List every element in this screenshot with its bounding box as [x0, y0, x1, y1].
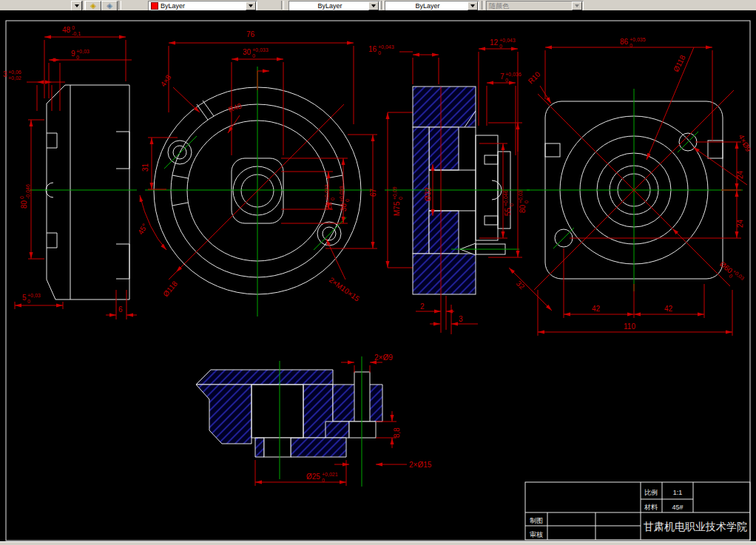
dim-6: 6	[118, 305, 123, 314]
material-label: 材料	[644, 504, 658, 511]
dim-lower-tol: 0	[630, 43, 632, 48]
dim-45deg: 45°	[136, 222, 149, 236]
dim-upper-tol: +0,06	[8, 70, 21, 75]
dim-main: M75	[393, 201, 401, 216]
dim-lower-tol: 0	[509, 203, 514, 206]
layer-previous-button[interactable]: ◈	[101, 1, 118, 11]
dim-main: 22	[325, 201, 333, 210]
dim-main: Ø32	[424, 187, 432, 201]
dim-main: 80	[519, 204, 527, 213]
title-block: 比例 1:1 材料 45# 制图 审核 甘肃机电职业技术学院	[525, 482, 750, 540]
dim-55: 55+0,0460	[503, 190, 514, 216]
reviewer-label: 审核	[530, 531, 543, 538]
dim-dia118b: Ø118	[672, 53, 687, 73]
dim-main: 16	[368, 45, 377, 53]
dim-2: 2	[420, 302, 425, 311]
view-4-flange-view: 86+0,0350 Ø118 R10 4×Ø9 24 24 32 Ø60+0,0…	[509, 37, 752, 336]
dim-main: Ø25	[306, 473, 320, 481]
properties-toolbar: ◈ ◈ ByLayer ByLayer ByLayer 随颜色	[0, 0, 756, 11]
red-color-swatch-icon	[151, 2, 158, 10]
dim-lower-tol: 0	[505, 78, 508, 83]
combo-arrow-button[interactable]	[246, 1, 256, 10]
combo-arrow-button[interactable]	[368, 1, 379, 10]
dim-upper-tol: 0	[72, 25, 75, 30]
linetype-control-combo[interactable]: ByLayer	[288, 1, 380, 11]
dim-16: 16+0,0430	[368, 44, 394, 55]
dim-main: 80	[20, 200, 28, 209]
dim-2xdia15: 2×Ø15	[409, 461, 432, 469]
dim-main: R10	[527, 70, 542, 85]
dim-lower-tol: 0	[27, 299, 30, 304]
dim-main: 24	[736, 170, 744, 179]
toolbar-separator	[281, 1, 284, 10]
dim-30: 30+0,0330	[243, 47, 269, 58]
dim-lower-tol: -0,1	[72, 31, 81, 36]
dim-lower-tol: 0	[252, 53, 255, 58]
chevron-down-icon	[575, 4, 579, 7]
dim-upper-tol: +0,043	[499, 38, 516, 43]
dim-main: 32	[515, 280, 527, 291]
chevron-down-icon	[249, 4, 253, 7]
chevron-down-icon	[470, 4, 475, 7]
dim-R10: R10	[527, 70, 542, 85]
dim-main: 86	[620, 38, 629, 46]
dim-M75: M75+0,090	[392, 186, 403, 216]
dim-upper-tol: +0,03	[76, 49, 90, 54]
dim-main: 38	[340, 203, 348, 211]
view-2-front-view: 76 30+0,0330 4×8 R40 31 45° Ø118 22+0,03…	[136, 30, 414, 316]
dim-24b: 24	[736, 219, 744, 228]
dim-lower-tol: 0	[76, 55, 79, 60]
dim-9: 9+0,030	[71, 49, 90, 60]
dim-upper-tol: +0,03	[518, 190, 523, 203]
sheet-frame	[6, 21, 750, 541]
dim-80b: 80+0,030	[518, 190, 529, 213]
toolbar-separator	[482, 1, 485, 10]
dim-main: 24	[736, 219, 744, 228]
lineweight-combo-value: ByLayer	[385, 2, 468, 10]
dim-48: 480-0,1	[62, 25, 81, 36]
dim-main: 7	[500, 72, 504, 81]
dim-upper-tol: +0,035	[630, 37, 646, 42]
dim-lower-tol: 0	[378, 50, 381, 55]
dim-main: 9	[71, 50, 75, 58]
view-5-bottom-section-view: 2×Ø9 8,8 2×Ø15 Ø25+0,0210	[196, 353, 432, 487]
dim-3: 3	[459, 315, 463, 323]
model-space-canvas[interactable]: 480-0,1 9+0,030 3+0,06+0,02 800-0,046 5+…	[0, 10, 756, 541]
color-control-combo[interactable]: ByLayer	[148, 1, 257, 11]
dim-38: 38+0,0390	[339, 186, 350, 211]
dim-31: 31	[141, 163, 149, 172]
lineweight-control-combo[interactable]: ByLayer	[385, 1, 479, 11]
combo-dropdown-fragment[interactable]	[71, 1, 82, 11]
dim-upper-tol: +0,043	[378, 44, 394, 50]
combo-arrow-button[interactable]	[468, 1, 478, 10]
dim-lower-tol: +0,02	[8, 75, 21, 81]
dim-main: Ø118	[161, 280, 179, 299]
dim-upper-tol: +0,03	[732, 268, 745, 281]
dim-22: 22+0,0330	[324, 184, 335, 210]
dim-110: 110	[624, 322, 635, 331]
dim-42b: 42	[664, 305, 673, 313]
dim-5: 5+0,030	[22, 293, 41, 304]
dim-main: 4×8	[159, 73, 173, 89]
dim-lower-tol: 0	[345, 199, 350, 202]
dim-main: 12	[490, 38, 499, 47]
scale-label: 比例	[644, 489, 658, 496]
dim-upper-tol: +0,021	[322, 472, 338, 477]
dim-24a: 24	[736, 170, 744, 179]
dim-upper-tol: +0,036	[505, 72, 522, 77]
dim-upper-tol: 0	[19, 196, 24, 199]
dim-lower-tol: 0	[330, 197, 335, 200]
dim-main: R40	[227, 101, 243, 114]
layer-previous-icon: ◈	[107, 2, 112, 10]
toolbar-separator	[381, 1, 384, 10]
dim-2xdia9: 2×Ø9	[374, 353, 393, 362]
toolbar-separator	[118, 1, 121, 10]
make-object-layer-current-button[interactable]: ◈	[85, 1, 101, 11]
dim-86: 86+0,0350	[620, 37, 646, 48]
dim-R40: R40	[227, 101, 243, 114]
dim-dia60: Ø60+0,030	[717, 259, 746, 285]
chevron-down-icon	[75, 4, 79, 7]
dim-4x8: 4×8	[159, 73, 173, 89]
dim-12: 12+0,0430	[490, 38, 516, 49]
dim-main: Ø118	[672, 53, 687, 73]
